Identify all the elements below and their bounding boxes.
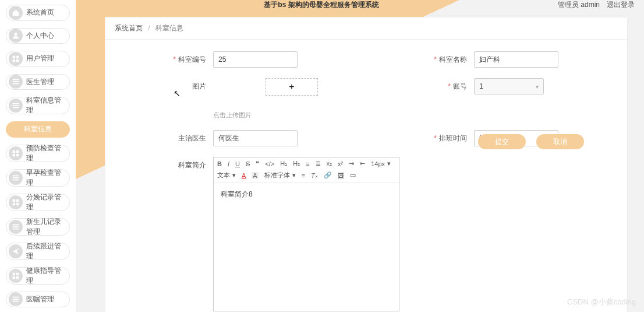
sidebar-item-newborn[interactable]: 新生儿记录管理	[6, 218, 70, 236]
sidebar-item-delivery[interactable]: 分娩记录管理	[6, 194, 70, 211]
svg-rect-7	[13, 83, 19, 85]
sidebar-item-prescription[interactable]: 医嘱管理	[6, 292, 70, 308]
editor-body[interactable]: 科室简介8	[214, 183, 399, 311]
image-label: 图片	[105, 78, 213, 94]
sidebar-item-early-preg[interactable]: 早孕检查管理	[6, 169, 70, 187]
subscript-icon[interactable]: x₂	[327, 160, 332, 167]
sidebar-item-label: 系统首页	[26, 8, 54, 17]
sidebar-item-dept-info[interactable]: 科室信息	[6, 121, 70, 138]
svg-rect-2	[16, 56, 19, 58]
sidebar-item-profile[interactable]: 个人中心	[6, 28, 70, 44]
font-select[interactable]: 标准字体▾	[264, 171, 296, 180]
svg-rect-10	[13, 107, 19, 108]
image-icon[interactable]: 🖼	[338, 172, 344, 179]
sidebar-item-health[interactable]: 健康指导管理	[6, 267, 70, 285]
code-icon[interactable]: </>	[265, 160, 274, 167]
image-upload-button[interactable]: +	[266, 78, 318, 96]
sidebar-item-label: 个人中心	[26, 31, 54, 41]
sidebar-item-label: 健康指导管理	[26, 266, 67, 286]
list-icon	[9, 99, 23, 113]
sidebar-item-label: 科室信息	[24, 124, 52, 134]
paragraph-select[interactable]: 文本▾	[217, 171, 236, 180]
sidebar-item-home[interactable]: 系统首页	[6, 5, 70, 21]
doctor-input[interactable]	[213, 130, 298, 146]
italic-icon[interactable]: I	[228, 160, 229, 167]
account-value: 1	[479, 82, 483, 90]
intro-label: 科室简介	[105, 157, 213, 173]
svg-rect-11	[13, 150, 15, 152]
outdent-icon[interactable]: ⇤	[360, 160, 365, 167]
grid-icon	[9, 146, 23, 160]
svg-rect-21	[16, 202, 19, 205]
sidebar-item-label: 医生管理	[26, 77, 54, 87]
chevron-down-icon: ▾	[387, 160, 391, 167]
bgcolor-icon[interactable]: A	[252, 172, 258, 179]
svg-rect-9	[13, 105, 19, 106]
cancel-button[interactable]: 取消	[536, 134, 584, 149]
svg-rect-31	[13, 301, 19, 302]
sidebar-item-label: 预防检查管理	[26, 143, 67, 163]
indent-icon[interactable]: ⇥	[349, 160, 354, 167]
submit-button[interactable]: 提交	[478, 134, 526, 149]
svg-rect-8	[13, 103, 19, 104]
svg-rect-23	[13, 226, 19, 227]
ul-icon[interactable]: ≣	[316, 160, 321, 167]
svg-rect-18	[13, 199, 15, 201]
svg-rect-25	[13, 272, 15, 275]
account-select[interactable]: 1 ▾	[474, 78, 544, 94]
home-icon	[9, 6, 23, 20]
grid-icon	[9, 52, 23, 66]
svg-rect-13	[13, 153, 15, 156]
dept-name-input[interactable]	[474, 51, 558, 68]
sidebar-item-dept-mgmt[interactable]: 科室信息管理	[6, 97, 70, 114]
dept-no-input[interactable]	[213, 51, 298, 68]
nav-icon	[9, 244, 23, 258]
link-icon[interactable]: 🔗	[324, 171, 332, 179]
sidebar-item-prevention[interactable]: 预防检查管理	[6, 145, 70, 162]
chevron-down-icon: ▾	[232, 171, 236, 179]
logout-link[interactable]: 退出登录	[607, 0, 635, 10]
crumb-current: 科室信息	[155, 24, 183, 32]
quote-icon[interactable]: ❝	[256, 160, 259, 167]
svg-rect-27	[13, 276, 15, 278]
svg-rect-14	[16, 153, 19, 156]
sidebar-item-users[interactable]: 用户管理	[6, 51, 70, 67]
watermark: CSDN @小蔡coding	[567, 297, 636, 307]
strike-icon[interactable]: S	[246, 160, 250, 167]
rich-editor: B I U S ❝ </> H₁ H₂ ≡ ≣	[213, 157, 399, 311]
h1-icon[interactable]: H₁	[280, 160, 287, 167]
topbar-user: 管理员 admin	[558, 0, 600, 10]
sidebar: 系统首页 个人中心 用户管理 医生管理 科室信息管理 科室信息 预防检查管理 早…	[0, 0, 76, 312]
sidebar-item-label: 后续跟进管理	[26, 241, 67, 261]
sidebar-item-label: 科室信息管理	[26, 96, 67, 115]
sidebar-item-followup[interactable]: 后续跟进管理	[6, 243, 70, 260]
crumb-sep: /	[148, 24, 150, 32]
sidebar-item-label: 新生儿记录管理	[26, 217, 67, 237]
account-label: 账号	[366, 78, 474, 94]
bold-icon[interactable]: B	[217, 160, 222, 167]
video-icon[interactable]: ▭	[350, 171, 356, 179]
align-icon[interactable]: ≡	[302, 172, 305, 179]
sidebar-item-label: 早孕检查管理	[26, 168, 67, 188]
superscript-icon[interactable]: x²	[338, 160, 343, 167]
svg-rect-29	[13, 297, 19, 298]
topbar: 基于bs 架构的母婴全程服务管理系统 管理员 admin 退出登录	[76, 0, 644, 10]
sidebar-item-doctors[interactable]: 医生管理	[6, 74, 70, 90]
color-icon[interactable]: A	[242, 172, 246, 179]
sidebar-item-label: 分娩记录管理	[26, 192, 67, 212]
upload-hint: 点击上传图片	[213, 111, 366, 120]
svg-rect-22	[13, 224, 19, 225]
svg-rect-3	[13, 59, 15, 62]
editor-toolbar: B I U S ❝ </> H₁ H₂ ≡ ≣	[214, 157, 399, 183]
ol-icon[interactable]: ≡	[306, 160, 309, 167]
list-icon	[9, 220, 23, 234]
underline-icon[interactable]: U	[235, 160, 240, 167]
clear-icon[interactable]: Tₓ	[311, 171, 318, 179]
breadcrumb: 系统首页 / 科室信息	[105, 17, 627, 40]
h2-icon[interactable]: H₂	[293, 160, 300, 167]
crumb-home[interactable]: 系统首页	[115, 24, 143, 32]
user-icon	[9, 29, 23, 43]
svg-rect-30	[13, 299, 19, 300]
plus-icon: +	[289, 82, 294, 92]
fontsize-select[interactable]: 14px▾	[371, 160, 391, 167]
